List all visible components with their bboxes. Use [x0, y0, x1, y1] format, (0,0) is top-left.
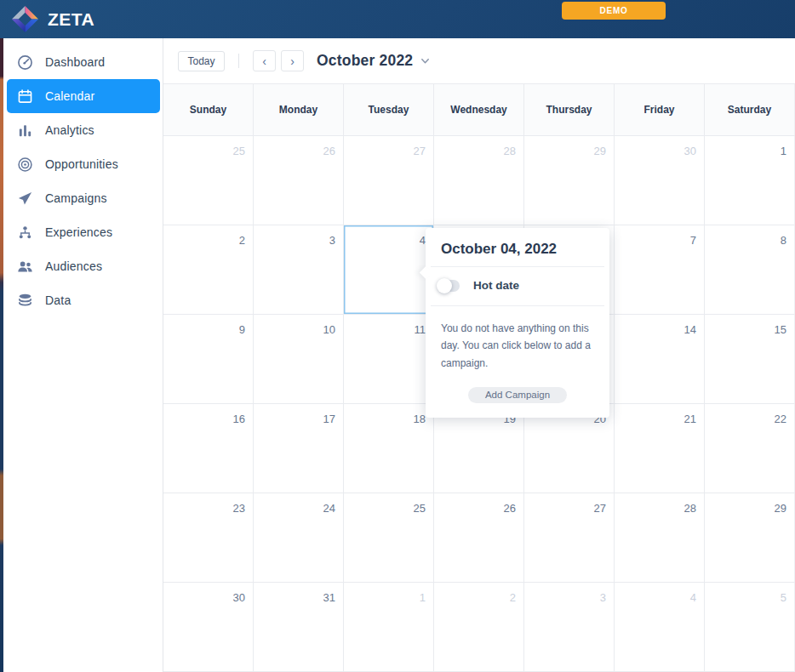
day-number: 30 [233, 591, 245, 604]
bar-chart-icon [17, 122, 33, 139]
weekday-header-friday: Friday [615, 84, 705, 135]
day-cell-17[interactable]: 17 [254, 404, 344, 493]
weekday-header-thursday: Thursday [524, 84, 615, 135]
day-cell-28[interactable]: 28 [615, 493, 705, 583]
day-popover: October 04, 2022 Hot date You do not hav… [426, 228, 609, 418]
day-cell-18[interactable]: 18 [344, 404, 434, 493]
prev-month-button[interactable]: ‹ [253, 50, 276, 71]
hot-date-label: Hot date [473, 279, 519, 292]
day-cell-14[interactable]: 14 [615, 315, 705, 404]
sidebar-item-label: Experiences [45, 225, 112, 239]
day-cell-11[interactable]: 11 [344, 315, 434, 404]
day-number: 18 [414, 413, 426, 425]
day-cell-2-out[interactable]: 2 [434, 583, 524, 672]
sidebar-item-dashboard[interactable]: Dashboard [7, 45, 160, 79]
weekday-header-sunday: Sunday [163, 84, 254, 135]
day-cell-23[interactable]: 23 [163, 493, 254, 583]
day-cell-25-out[interactable]: 25 [163, 136, 254, 225]
add-campaign-button[interactable]: Add Campaign [468, 387, 567, 403]
day-number: 25 [414, 502, 426, 515]
sidebar-item-label: Campaigns [45, 191, 107, 205]
sidebar-item-opportunities[interactable]: Opportunities [7, 147, 160, 181]
day-cell-22[interactable]: 22 [705, 404, 795, 493]
day-cell-2[interactable]: 2 [163, 225, 254, 315]
day-number: 11 [415, 323, 426, 336]
day-number: 1 [420, 591, 426, 604]
day-cell-5-out[interactable]: 5 [705, 583, 795, 672]
day-cell-30[interactable]: 30 [163, 583, 254, 672]
day-number: 2 [239, 234, 245, 247]
toolbar-divider [238, 54, 239, 68]
weekday-header-row: SundayMondayTuesdayWednesdayThursdayFrid… [163, 83, 795, 136]
day-number: 27 [594, 502, 606, 515]
day-cell-24[interactable]: 24 [254, 493, 344, 583]
calendar-toolbar: Today ‹ › October 2022 [163, 38, 795, 83]
day-cell-26[interactable]: 26 [434, 493, 524, 583]
day-cell-16[interactable]: 16 [163, 404, 254, 493]
day-cell-25[interactable]: 25 [344, 493, 434, 583]
next-month-button[interactable]: › [281, 50, 304, 71]
day-cell-3[interactable]: 3 [254, 225, 344, 315]
day-number: 22 [775, 413, 786, 425]
day-cell-21[interactable]: 21 [615, 404, 705, 493]
day-number: 24 [323, 502, 335, 515]
sidebar-item-label: Analytics [45, 123, 94, 137]
day-number: 29 [594, 145, 606, 157]
demo-badge: DEMO [562, 2, 666, 20]
day-cell-1[interactable]: 1 [705, 136, 795, 225]
day-cell-8[interactable]: 8 [705, 225, 795, 315]
day-cell-29[interactable]: 29 [705, 493, 795, 583]
day-cell-9[interactable]: 9 [163, 315, 254, 404]
day-number: 25 [233, 145, 245, 157]
flow-icon [17, 225, 33, 241]
day-number: 17 [323, 413, 335, 425]
day-number: 26 [323, 145, 335, 157]
day-cell-29-out[interactable]: 29 [524, 136, 615, 225]
day-cell-15[interactable]: 15 [705, 315, 795, 404]
brand-name: ZETA [48, 9, 94, 30]
day-cell-10[interactable]: 10 [254, 315, 344, 404]
today-button[interactable]: Today [178, 51, 225, 71]
day-cell-30-out[interactable]: 30 [615, 136, 705, 225]
sidebar-item-label: Audiences [45, 259, 102, 273]
day-number: 21 [684, 413, 696, 425]
day-number: 30 [684, 145, 696, 157]
day-cell-27-out[interactable]: 27 [344, 136, 434, 225]
target-icon [17, 157, 33, 173]
sidebar-item-calendar[interactable]: Calendar [7, 79, 160, 113]
day-number: 28 [504, 145, 516, 157]
sidebar-item-label: Opportunities [45, 157, 118, 171]
sidebar-item-experiences[interactable]: Experiences [7, 215, 160, 249]
day-number: 31 [323, 591, 335, 604]
day-number: 2 [510, 591, 516, 604]
sidebar-item-audiences[interactable]: Audiences [7, 249, 160, 283]
day-cell-28-out[interactable]: 28 [434, 136, 524, 225]
day-cell-31[interactable]: 31 [254, 583, 344, 672]
day-cell-27[interactable]: 27 [524, 493, 615, 583]
day-number: 9 [239, 323, 245, 336]
brand[interactable]: ZETA [0, 5, 94, 33]
day-number: 15 [775, 323, 786, 336]
sidebar-item-data[interactable]: Data [7, 283, 160, 317]
sidebar: DashboardCalendarAnalyticsOpportunitiesC… [3, 38, 163, 672]
sidebar-item-label: Calendar [45, 89, 94, 103]
weekday-header-tuesday: Tuesday [344, 84, 434, 135]
weekday-header-wednesday: Wednesday [434, 84, 524, 135]
day-cell-3-out[interactable]: 3 [524, 583, 615, 672]
day-cell-7[interactable]: 7 [615, 225, 705, 315]
sidebar-item-analytics[interactable]: Analytics [7, 113, 160, 147]
chevron-down-icon[interactable] [420, 56, 430, 65]
day-number: 10 [323, 323, 335, 336]
day-number: 7 [690, 234, 696, 247]
day-number: 3 [329, 234, 335, 247]
day-cell-26-out[interactable]: 26 [254, 136, 344, 225]
toggle-knob [437, 278, 452, 293]
sidebar-item-campaigns[interactable]: Campaigns [7, 181, 160, 215]
hot-date-toggle[interactable] [438, 280, 460, 292]
sidebar-item-label: Data [45, 293, 71, 307]
day-cell-4-out[interactable]: 4 [615, 583, 705, 672]
day-number: 29 [775, 502, 786, 515]
day-cell-1-out[interactable]: 1 [344, 583, 434, 672]
popover-actions: Add Campaign [426, 375, 609, 418]
sidebar-item-label: Dashboard [45, 55, 105, 69]
